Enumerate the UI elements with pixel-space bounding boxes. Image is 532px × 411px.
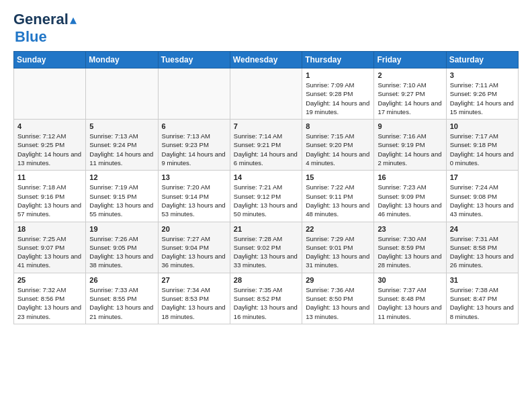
day-info: Sunrise: 7:28 AM Sunset: 9:02 PM Dayligh… bbox=[234, 234, 298, 270]
calendar-header-row: SundayMondayTuesdayWednesdayThursdayFrid… bbox=[14, 52, 519, 68]
day-info: Sunrise: 7:11 AM Sunset: 9:26 PM Dayligh… bbox=[450, 81, 515, 116]
day-info: Sunrise: 7:34 AM Sunset: 8:53 PM Dayligh… bbox=[162, 285, 226, 321]
page-header: General ▴ Blue bbox=[13, 11, 519, 46]
calendar-cell: 23Sunrise: 7:30 AM Sunset: 8:59 PM Dayli… bbox=[374, 222, 446, 273]
calendar-cell: 25Sunrise: 7:32 AM Sunset: 8:56 PM Dayli… bbox=[14, 273, 86, 324]
weekday-header: Wednesday bbox=[230, 52, 302, 68]
weekday-header: Monday bbox=[86, 52, 158, 68]
day-number: 5 bbox=[89, 122, 154, 130]
day-number: 22 bbox=[306, 225, 370, 233]
calendar-cell: 17Sunrise: 7:24 AM Sunset: 9:08 PM Dayli… bbox=[446, 171, 518, 222]
day-info: Sunrise: 7:09 AM Sunset: 9:28 PM Dayligh… bbox=[306, 81, 370, 116]
calendar-cell: 29Sunrise: 7:36 AM Sunset: 8:50 PM Dayli… bbox=[302, 273, 374, 324]
day-info: Sunrise: 7:13 AM Sunset: 9:24 PM Dayligh… bbox=[89, 132, 154, 167]
calendar-cell: 5Sunrise: 7:13 AM Sunset: 9:24 PM Daylig… bbox=[86, 120, 158, 171]
day-number: 6 bbox=[162, 122, 226, 130]
calendar-cell: 9Sunrise: 7:16 AM Sunset: 9:19 PM Daylig… bbox=[374, 120, 446, 171]
day-info: Sunrise: 7:36 AM Sunset: 8:50 PM Dayligh… bbox=[306, 285, 370, 321]
day-number: 23 bbox=[378, 225, 442, 233]
calendar-cell: 10Sunrise: 7:17 AM Sunset: 9:18 PM Dayli… bbox=[446, 120, 518, 171]
calendar-cell: 24Sunrise: 7:31 AM Sunset: 8:58 PM Dayli… bbox=[446, 222, 518, 273]
calendar-cell: 30Sunrise: 7:37 AM Sunset: 8:48 PM Dayli… bbox=[374, 273, 446, 324]
day-info: Sunrise: 7:25 AM Sunset: 9:07 PM Dayligh… bbox=[17, 234, 82, 270]
day-number: 11 bbox=[17, 173, 82, 181]
day-info: Sunrise: 7:29 AM Sunset: 9:01 PM Dayligh… bbox=[306, 234, 370, 270]
calendar-week-row: 1Sunrise: 7:09 AM Sunset: 9:28 PM Daylig… bbox=[14, 68, 519, 120]
day-info: Sunrise: 7:26 AM Sunset: 9:05 PM Dayligh… bbox=[89, 234, 154, 270]
calendar-cell: 28Sunrise: 7:35 AM Sunset: 8:52 PM Dayli… bbox=[230, 273, 302, 324]
day-number: 3 bbox=[450, 71, 515, 79]
day-number: 4 bbox=[17, 122, 82, 130]
calendar-cell: 18Sunrise: 7:25 AM Sunset: 9:07 PM Dayli… bbox=[14, 222, 86, 273]
day-number: 10 bbox=[450, 122, 515, 130]
calendar-cell: 11Sunrise: 7:18 AM Sunset: 9:16 PM Dayli… bbox=[14, 171, 86, 222]
calendar-cell: 20Sunrise: 7:27 AM Sunset: 9:04 PM Dayli… bbox=[158, 222, 230, 273]
logo-blue-text: Blue bbox=[15, 28, 47, 46]
day-number: 24 bbox=[450, 225, 515, 233]
day-info: Sunrise: 7:12 AM Sunset: 9:25 PM Dayligh… bbox=[17, 132, 82, 167]
logo-text: General bbox=[13, 11, 69, 28]
calendar-cell bbox=[230, 68, 302, 120]
calendar-cell: 22Sunrise: 7:29 AM Sunset: 9:01 PM Dayli… bbox=[302, 222, 374, 273]
day-number: 1 bbox=[306, 71, 370, 79]
day-number: 26 bbox=[89, 276, 154, 284]
day-number: 12 bbox=[89, 173, 154, 181]
day-number: 16 bbox=[378, 173, 442, 181]
day-info: Sunrise: 7:33 AM Sunset: 8:55 PM Dayligh… bbox=[89, 285, 154, 321]
day-number: 28 bbox=[234, 276, 298, 284]
day-info: Sunrise: 7:14 AM Sunset: 9:21 PM Dayligh… bbox=[234, 132, 298, 167]
logo-bird-icon: ▴ bbox=[70, 11, 77, 28]
day-info: Sunrise: 7:16 AM Sunset: 9:19 PM Dayligh… bbox=[378, 132, 442, 167]
day-info: Sunrise: 7:13 AM Sunset: 9:23 PM Dayligh… bbox=[162, 132, 226, 167]
weekday-header: Saturday bbox=[446, 52, 518, 68]
day-info: Sunrise: 7:21 AM Sunset: 9:12 PM Dayligh… bbox=[234, 183, 298, 218]
weekday-header: Sunday bbox=[14, 52, 86, 68]
day-number: 18 bbox=[17, 225, 82, 233]
day-number: 9 bbox=[378, 122, 442, 130]
day-number: 14 bbox=[234, 173, 298, 181]
logo: General ▴ Blue bbox=[13, 11, 77, 46]
calendar-cell: 27Sunrise: 7:34 AM Sunset: 8:53 PM Dayli… bbox=[158, 273, 230, 324]
calendar-cell bbox=[14, 68, 86, 120]
calendar-cell: 7Sunrise: 7:14 AM Sunset: 9:21 PM Daylig… bbox=[230, 120, 302, 171]
calendar-cell: 19Sunrise: 7:26 AM Sunset: 9:05 PM Dayli… bbox=[86, 222, 158, 273]
calendar-cell: 31Sunrise: 7:38 AM Sunset: 8:47 PM Dayli… bbox=[446, 273, 518, 324]
day-info: Sunrise: 7:27 AM Sunset: 9:04 PM Dayligh… bbox=[162, 234, 226, 270]
weekday-header: Thursday bbox=[302, 52, 374, 68]
day-number: 25 bbox=[17, 276, 82, 284]
calendar-cell: 8Sunrise: 7:15 AM Sunset: 9:20 PM Daylig… bbox=[302, 120, 374, 171]
calendar-cell: 16Sunrise: 7:23 AM Sunset: 9:09 PM Dayli… bbox=[374, 171, 446, 222]
day-info: Sunrise: 7:22 AM Sunset: 9:11 PM Dayligh… bbox=[306, 183, 370, 218]
calendar-week-row: 18Sunrise: 7:25 AM Sunset: 9:07 PM Dayli… bbox=[14, 222, 519, 273]
calendar-cell: 15Sunrise: 7:22 AM Sunset: 9:11 PM Dayli… bbox=[302, 171, 374, 222]
day-number: 2 bbox=[378, 71, 442, 79]
day-number: 13 bbox=[162, 173, 226, 181]
calendar-cell: 21Sunrise: 7:28 AM Sunset: 9:02 PM Dayli… bbox=[230, 222, 302, 273]
day-info: Sunrise: 7:31 AM Sunset: 8:58 PM Dayligh… bbox=[450, 234, 515, 270]
calendar-week-row: 25Sunrise: 7:32 AM Sunset: 8:56 PM Dayli… bbox=[14, 273, 519, 324]
calendar-cell: 14Sunrise: 7:21 AM Sunset: 9:12 PM Dayli… bbox=[230, 171, 302, 222]
calendar-cell: 6Sunrise: 7:13 AM Sunset: 9:23 PM Daylig… bbox=[158, 120, 230, 171]
day-number: 21 bbox=[234, 225, 298, 233]
day-number: 17 bbox=[450, 173, 515, 181]
day-info: Sunrise: 7:20 AM Sunset: 9:14 PM Dayligh… bbox=[162, 183, 226, 218]
day-number: 15 bbox=[306, 173, 370, 181]
day-number: 29 bbox=[306, 276, 370, 284]
day-number: 30 bbox=[378, 276, 442, 284]
calendar-cell: 4Sunrise: 7:12 AM Sunset: 9:25 PM Daylig… bbox=[14, 120, 86, 171]
day-info: Sunrise: 7:38 AM Sunset: 8:47 PM Dayligh… bbox=[450, 285, 515, 321]
day-info: Sunrise: 7:24 AM Sunset: 9:08 PM Dayligh… bbox=[450, 183, 515, 218]
day-info: Sunrise: 7:30 AM Sunset: 8:59 PM Dayligh… bbox=[378, 234, 442, 270]
day-info: Sunrise: 7:15 AM Sunset: 9:20 PM Dayligh… bbox=[306, 132, 370, 167]
calendar-week-row: 11Sunrise: 7:18 AM Sunset: 9:16 PM Dayli… bbox=[14, 171, 519, 222]
day-number: 20 bbox=[162, 225, 226, 233]
calendar-cell: 13Sunrise: 7:20 AM Sunset: 9:14 PM Dayli… bbox=[158, 171, 230, 222]
day-number: 31 bbox=[450, 276, 515, 284]
day-number: 7 bbox=[234, 122, 298, 130]
calendar-cell: 3Sunrise: 7:11 AM Sunset: 9:26 PM Daylig… bbox=[446, 68, 518, 120]
calendar-cell: 26Sunrise: 7:33 AM Sunset: 8:55 PM Dayli… bbox=[86, 273, 158, 324]
day-info: Sunrise: 7:37 AM Sunset: 8:48 PM Dayligh… bbox=[378, 285, 442, 321]
weekday-header: Tuesday bbox=[158, 52, 230, 68]
day-info: Sunrise: 7:10 AM Sunset: 9:27 PM Dayligh… bbox=[378, 81, 442, 116]
day-info: Sunrise: 7:18 AM Sunset: 9:16 PM Dayligh… bbox=[17, 183, 82, 218]
